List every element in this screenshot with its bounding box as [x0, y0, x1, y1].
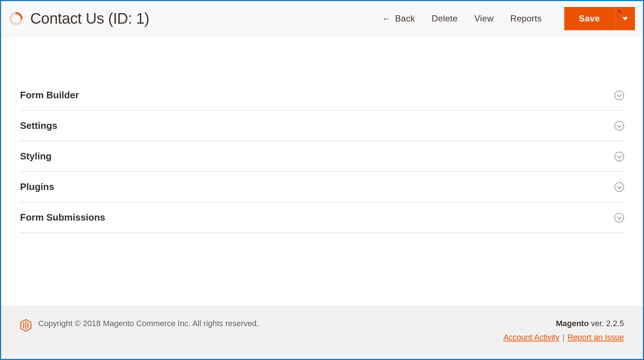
- delete-label: Delete: [432, 13, 458, 24]
- page-header: Contact Us (ID: 1) ← Back Delete View Re…: [1, 1, 643, 36]
- section-form-builder[interactable]: Form Builder: [20, 80, 624, 111]
- chevron-down-icon: [615, 152, 624, 161]
- arrow-left-icon: ←: [382, 14, 391, 23]
- footer-brand: Magento: [556, 319, 589, 328]
- footer-copyright: Copyright © 2018 Magento Commerce Inc. A…: [38, 319, 497, 328]
- footer-version: Magento ver. 2.2.5: [503, 319, 624, 328]
- save-button-group: Save ↖: [564, 7, 635, 30]
- section-title: Form Builder: [20, 90, 79, 101]
- reports-label: Reports: [510, 13, 542, 24]
- header-actions: ← Back Delete View Reports Save ↖: [382, 7, 635, 30]
- section-title: Styling: [20, 151, 52, 162]
- chevron-down-icon: [615, 213, 624, 222]
- save-button[interactable]: Save: [564, 7, 615, 30]
- reports-button[interactable]: Reports: [510, 13, 542, 24]
- back-button[interactable]: ← Back: [382, 13, 415, 24]
- report-issue-link[interactable]: Report an Issue: [568, 333, 624, 342]
- section-plugins[interactable]: Plugins: [20, 172, 624, 202]
- spinner-icon: [9, 12, 23, 25]
- section-title: Settings: [20, 120, 58, 131]
- view-label: View: [474, 13, 494, 24]
- footer-links: Account Activity | Report an Issue: [503, 333, 624, 342]
- footer-version-text: ver. 2.2.5: [589, 319, 624, 328]
- section-title: Plugins: [20, 181, 54, 193]
- chevron-down-icon: [615, 182, 624, 192]
- footer-right: Magento ver. 2.2.5 Account Activity | Re…: [503, 319, 624, 342]
- section-styling[interactable]: Styling: [20, 141, 624, 172]
- cursor-icon: ↖: [618, 9, 622, 14]
- magento-icon: [20, 319, 32, 332]
- delete-button[interactable]: Delete: [432, 13, 458, 24]
- section-settings[interactable]: Settings: [20, 111, 624, 141]
- page-footer: Copyright © 2018 Magento Commerce Inc. A…: [1, 306, 643, 359]
- save-dropdown-button[interactable]: ↖: [615, 7, 635, 30]
- main-content: Form Builder Settings Styling Plugins Fo…: [1, 36, 643, 306]
- section-form-submissions[interactable]: Form Submissions: [20, 202, 624, 233]
- footer-separator: |: [562, 333, 567, 342]
- chevron-down-icon: [615, 121, 624, 131]
- section-title: Form Submissions: [20, 212, 105, 223]
- chevron-down-icon: [615, 91, 624, 100]
- account-activity-link[interactable]: Account Activity: [503, 333, 560, 342]
- view-button[interactable]: View: [474, 13, 494, 24]
- back-label: Back: [395, 13, 415, 24]
- page-title: Contact Us (ID: 1): [30, 10, 375, 27]
